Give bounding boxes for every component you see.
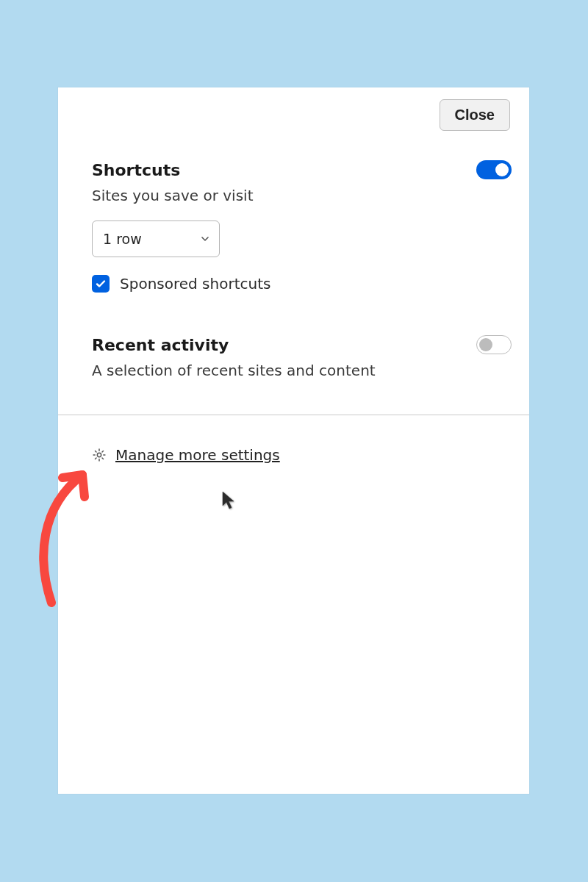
chevron-down-icon [201,235,209,243]
shortcuts-rows-value: 1 row [103,231,142,247]
recent-header: Recent activity [92,335,512,354]
shortcuts-rows-select[interactable]: 1 row [92,220,220,257]
recent-toggle[interactable] [476,335,512,354]
shortcuts-subtitle: Sites you save or visit [92,187,512,204]
recent-activity-section: Recent activity A selection of recent si… [92,335,512,379]
manage-settings-row: Manage more settings [92,446,512,464]
gear-icon [92,448,107,462]
settings-panel: Close Shortcuts Sites you save or visit … [58,87,529,794]
shortcuts-toggle[interactable] [476,160,512,179]
close-row: Close [92,99,512,131]
recent-subtitle: A selection of recent sites and content [92,362,512,379]
manage-more-settings-link[interactable]: Manage more settings [115,446,280,464]
panel-inner: Close Shortcuts Sites you save or visit … [58,87,529,464]
toggle-knob [479,338,492,351]
shortcuts-header: Shortcuts [92,160,512,179]
shortcuts-section: Shortcuts Sites you save or visit 1 row … [92,160,512,293]
sponsored-checkbox[interactable] [92,275,110,293]
close-button[interactable]: Close [440,99,510,131]
recent-title: Recent activity [92,336,229,354]
divider [58,415,529,415]
sponsored-label: Sponsored shortcuts [120,275,270,293]
shortcuts-title: Shortcuts [92,161,180,179]
svg-point-0 [97,453,101,456]
toggle-knob [495,163,509,176]
sponsored-row: Sponsored shortcuts [92,275,512,293]
